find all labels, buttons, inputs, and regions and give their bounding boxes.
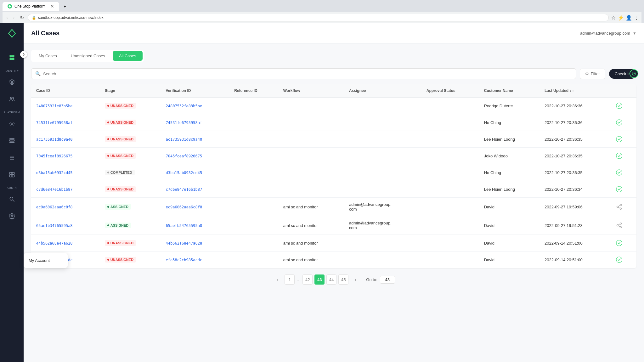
bookmark-icon[interactable]: ☆: [611, 15, 616, 21]
case-tabs: My Cases Unassigned Cases All Cases: [31, 50, 144, 62]
goto-input[interactable]: [380, 276, 395, 284]
page-1-button[interactable]: 1: [285, 274, 295, 285]
cell-stage: UNASSIGNED: [100, 252, 161, 268]
cell-assignee: [344, 114, 421, 131]
platform-section-label: Platform: [0, 111, 24, 114]
profile-icon[interactable]: 👤: [626, 15, 632, 21]
action-check-icon[interactable]: [615, 102, 623, 110]
filter-button[interactable]: ⚙ Filter: [580, 69, 605, 79]
page-45-button[interactable]: 45: [338, 274, 348, 285]
cell-case-id[interactable]: 65aefb34765595a8: [31, 216, 100, 235]
cell-approval-status: [421, 131, 479, 148]
identity-section-label: Identity: [0, 69, 24, 72]
cell-last-updated: 2022-10-27 20:36:35: [539, 164, 610, 181]
action-check-icon[interactable]: [615, 239, 623, 247]
sidebar-item-platform-menu[interactable]: [4, 150, 20, 166]
action-check-icon[interactable]: [615, 135, 623, 143]
cell-action: [610, 216, 636, 235]
action-share-icon[interactable]: [615, 222, 623, 229]
sidebar-toggle-button[interactable]: [20, 51, 27, 58]
svg-point-30: [617, 206, 619, 208]
cell-action: [610, 114, 636, 131]
sidebar-item-platform-gear[interactable]: [4, 116, 20, 132]
cell-case-id[interactable]: c7d6e847e16b1b87: [31, 181, 100, 198]
checkin-circle: [630, 69, 638, 78]
cell-workflow: aml sc and monitor: [278, 235, 344, 252]
tab-my-cases[interactable]: My Cases: [32, 51, 63, 61]
sidebar-item-identity-shield[interactable]: [4, 74, 20, 90]
action-check-icon[interactable]: [615, 185, 623, 193]
svg-point-29: [620, 204, 622, 206]
popover-my-account[interactable]: My Account: [24, 256, 68, 265]
svg-point-39: [616, 240, 622, 246]
search-input[interactable]: [43, 71, 572, 76]
action-check-icon[interactable]: [615, 256, 623, 263]
sidebar-item-dashboard[interactable]: [4, 50, 20, 65]
cell-case-id[interactable]: 74531fe6795958af: [31, 114, 100, 131]
tab-unassigned-cases[interactable]: Unassigned Cases: [65, 51, 111, 61]
checkin-button[interactable]: Check In: [609, 69, 636, 79]
sidebar-item-admin-search[interactable]: [4, 191, 20, 207]
goto-page: Go to:: [366, 276, 395, 284]
cell-case-id[interactable]: ac1735931d8c9a40: [31, 131, 100, 148]
extensions-icon[interactable]: ⚡: [618, 15, 624, 21]
action-check-icon[interactable]: [615, 119, 623, 126]
svg-line-33: [618, 205, 620, 206]
cell-approval-status: [421, 114, 479, 131]
lock-icon: 🔒: [32, 16, 36, 20]
sidebar-item-admin-config[interactable]: [4, 208, 20, 224]
cell-case-id[interactable]: 7045fceaf8926675: [31, 148, 100, 164]
sidebar-item-identity-users[interactable]: [4, 91, 20, 107]
page-42-button[interactable]: 42: [302, 274, 313, 285]
user-menu[interactable]: admin@advancegroup.com ▼: [580, 31, 636, 36]
svg-rect-17: [9, 175, 12, 177]
col-last-updated[interactable]: Last Updated ↕: [539, 84, 610, 98]
menu-icon[interactable]: ⋮: [634, 15, 639, 21]
new-tab-button[interactable]: +: [60, 3, 70, 11]
cell-approval-status: [421, 198, 479, 216]
svg-line-38: [618, 224, 620, 225]
col-case-id: Case ID: [31, 84, 100, 98]
cell-case-id[interactable]: 44b562a68e47a628: [31, 235, 100, 252]
cell-workflow: [278, 131, 344, 148]
tab-all-cases[interactable]: All Cases: [113, 51, 143, 61]
cell-verification-id: efa58c2cb985acdc: [161, 252, 229, 268]
cell-case-id[interactable]: d3ba15ab0932cd45: [31, 164, 100, 181]
content-area: My Cases Unassigned Cases All Cases 🔍 ⚙ …: [24, 43, 644, 362]
action-check-icon[interactable]: [615, 152, 623, 160]
browser-tab-active[interactable]: One Stop Platform ✕: [3, 2, 59, 11]
tab-close-button[interactable]: ✕: [50, 4, 54, 9]
address-bar[interactable]: 🔒 sandbox-oop.advai.net/case-new/index: [28, 14, 609, 21]
cell-assignee: admin@advancegroup.com: [344, 216, 421, 235]
search-box[interactable]: 🔍: [31, 68, 576, 79]
cell-workflow: [278, 114, 344, 131]
cell-stage: UNASSIGNED: [100, 114, 161, 131]
cell-approval-status: [421, 181, 479, 198]
cell-workflow: [278, 181, 344, 198]
cell-verification-id: 7045fceaf8926675: [161, 148, 229, 164]
cell-action: [610, 181, 636, 198]
cell-customer-name: Lee Hsien Loong: [479, 131, 539, 148]
page-43-button[interactable]: 43: [314, 274, 325, 285]
cell-stage: ASSIGNED: [100, 198, 161, 216]
browser-chrome: One Stop Platform ✕ + ‹ › ↻ 🔒 sandbox-oo…: [0, 0, 644, 23]
cell-case-id[interactable]: ec9a6062aaa6c8f8: [31, 198, 100, 216]
page-44-button[interactable]: 44: [326, 274, 336, 285]
action-check-icon[interactable]: [615, 169, 623, 176]
cell-case-id[interactable]: 24807532fe83b5be: [31, 98, 100, 114]
action-share-icon[interactable]: [615, 203, 623, 211]
sidebar-item-platform-widgets[interactable]: [4, 167, 20, 183]
table-row: 65aefb34765595a8 ASSIGNED 65aefb34765595…: [31, 216, 636, 235]
cell-verification-id: 24807532fe83b5be: [161, 98, 229, 114]
cell-reference-id: [229, 164, 278, 181]
cell-assignee: [344, 131, 421, 148]
next-page-button[interactable]: ›: [350, 274, 360, 285]
cell-action: [610, 164, 636, 181]
cell-customer-name: Ho Ching: [479, 114, 539, 131]
prev-page-button[interactable]: ‹: [273, 274, 283, 285]
forward-button[interactable]: ›: [12, 14, 16, 21]
sidebar-item-platform-list[interactable]: [4, 133, 20, 149]
cell-action: [610, 98, 636, 114]
reload-button[interactable]: ↻: [19, 14, 25, 21]
back-button[interactable]: ‹: [5, 14, 9, 21]
